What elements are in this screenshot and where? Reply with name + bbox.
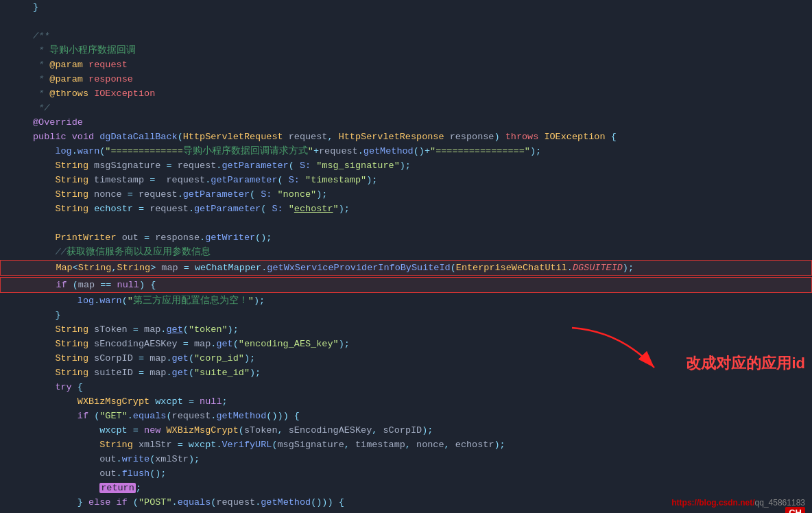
code-line: String xmlStr = wxcpt.VerifyURL(msgSigna… bbox=[0, 438, 812, 452]
code-line: String sToken = map.get("token"); bbox=[0, 322, 812, 337]
code-line: String msgSignature = request.getParamet… bbox=[0, 158, 812, 173]
code-line: * 导购小程序数据回调 bbox=[0, 43, 812, 58]
code-line: ... bbox=[0, 510, 812, 513]
code-line: WXBizMsgCrypt wxcpt = null; bbox=[0, 394, 812, 409]
code-line: String timestamp = request.getParameter(… bbox=[0, 173, 812, 187]
code-line-highlighted: if (map == null) { bbox=[0, 277, 812, 293]
code-line: PrintWriter out = response.getWriter(); bbox=[0, 230, 812, 245]
code-line: out.flush(); bbox=[0, 466, 812, 481]
code-line-highlighted: Map<String,String> map = weChatMapper.ge… bbox=[0, 260, 812, 276]
code-line: try { bbox=[0, 380, 812, 394]
code-line: wxcpt = new WXBizMsgCrypt(sToken, sEncod… bbox=[0, 423, 812, 438]
annotation-text: 改成对应的应用id bbox=[686, 353, 805, 374]
code-line: * @throws IOException bbox=[0, 86, 812, 101]
code-line: String sEncodingAESKey = map.get("encodi… bbox=[0, 337, 812, 351]
code-line: return; bbox=[0, 481, 812, 495]
code-line: */ bbox=[0, 101, 812, 115]
code-line: } bbox=[0, 308, 812, 322]
code-line: } bbox=[0, 0, 812, 14]
code-line bbox=[0, 216, 812, 230]
code-line: * @param response bbox=[0, 72, 812, 86]
watermark-id: qq_45861183 bbox=[755, 498, 805, 508]
code-lines: } /** * 导购小程序数据回调 * @param request * @pa… bbox=[0, 0, 812, 513]
code-editor: } /** * 导购小程序数据回调 * @param request * @pa… bbox=[0, 0, 812, 513]
watermark: https://blog.csdn.net/qq_45861183 CH bbox=[671, 498, 805, 508]
code-line: log.warn("第三方应用配置信息为空！"); bbox=[0, 294, 812, 308]
code-line: log.warn("=============导购小程序数据回调请求方式"+re… bbox=[0, 144, 812, 158]
watermark-csdn: https://blog.csdn.net/ bbox=[671, 498, 754, 508]
code-line: //获取微信服务商以及应用参数信息 bbox=[0, 245, 812, 259]
code-line: if ("GET".equals(request.getMethod())) { bbox=[0, 409, 812, 423]
code-line: /** bbox=[0, 29, 812, 43]
code-line: @Override bbox=[0, 115, 812, 130]
code-line bbox=[0, 14, 812, 29]
csdn-badge: CH bbox=[785, 507, 805, 513]
code-line: * @param request bbox=[0, 58, 812, 72]
code-line: String nonce = request.getParameter( S: … bbox=[0, 187, 812, 202]
code-line: out.write(xmlStr); bbox=[0, 452, 812, 466]
code-line: public void dgDataCallBack(HttpServletRe… bbox=[0, 130, 812, 144]
code-line: String echostr = request.getParameter( S… bbox=[0, 202, 812, 216]
